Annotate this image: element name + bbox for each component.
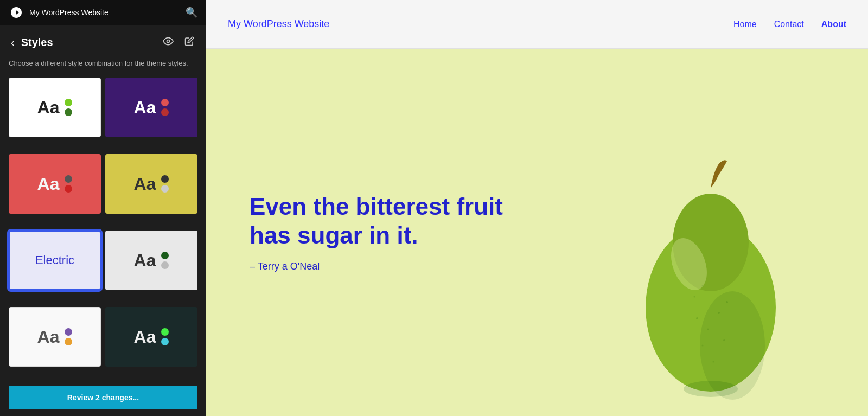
website-nav: My WordPress Website Home Contact About (206, 0, 868, 49)
dot (65, 328, 72, 336)
dot (161, 338, 169, 345)
search-icon[interactable]: 🔍 (186, 7, 197, 18)
site-title: My WordPress Website (29, 8, 180, 17)
dot (161, 328, 169, 336)
card-label: Electric (35, 253, 74, 267)
styles-title: Styles (21, 36, 155, 49)
card-aa-label: Aa (37, 328, 60, 345)
dot (65, 175, 72, 183)
card-aa-label: Aa (37, 175, 60, 193)
wordpress-logo-icon (9, 5, 24, 20)
card-dots (65, 328, 72, 345)
nav-links: Home Contact About (733, 20, 846, 29)
card-aa-label: Aa (134, 328, 156, 345)
style-card-purple[interactable]: Aa (105, 78, 197, 137)
card-dots (161, 175, 169, 193)
style-card-electric[interactable]: Electric (9, 231, 101, 290)
card-dots (65, 99, 72, 116)
review-changes-button[interactable]: Review 2 changes... (9, 386, 197, 409)
svg-point-10 (694, 296, 695, 298)
dot (161, 99, 169, 106)
nav-home[interactable]: Home (733, 20, 757, 29)
svg-point-4 (696, 317, 698, 319)
styles-description: Choose a different style combination for… (0, 54, 206, 78)
card-dots (65, 175, 72, 193)
style-card-gray[interactable]: Aa (105, 231, 197, 290)
card-dots (161, 99, 169, 116)
sidebar: My WordPress Website 🔍 ‹ Styles Choose a… (0, 0, 206, 416)
dot (161, 252, 169, 259)
dot (161, 185, 169, 193)
svg-point-14 (684, 381, 738, 397)
dot (65, 108, 72, 116)
svg-point-12 (702, 285, 704, 287)
dot (65, 185, 72, 193)
dot (65, 338, 72, 345)
preview-area: My WordPress Website Home Contact About … (206, 0, 868, 416)
site-logo[interactable]: My WordPress Website (228, 18, 733, 30)
dot (161, 261, 169, 269)
style-card-white2[interactable]: Aa (9, 307, 101, 367)
dot (161, 175, 169, 183)
hero-quote: Even the bitterest fruit has sugar in it… (250, 193, 532, 250)
svg-point-0 (167, 40, 170, 43)
styles-header: ‹ Styles (0, 25, 206, 54)
back-button[interactable]: ‹ (9, 34, 17, 51)
nav-contact[interactable]: Contact (774, 20, 804, 29)
card-dots (161, 252, 169, 269)
edit-button[interactable] (181, 34, 197, 51)
hero-attribution: – Terry a O'Neal (250, 261, 825, 272)
nav-about[interactable]: About (821, 20, 846, 29)
style-card-red[interactable]: Aa (9, 154, 101, 214)
card-aa-label: Aa (37, 99, 60, 116)
hero-section: Even the bitterest fruit has sugar in it… (206, 49, 868, 416)
card-dots (161, 328, 169, 345)
style-card-dark[interactable]: Aa (105, 307, 197, 367)
style-grid: Aa Aa Aa (0, 78, 206, 380)
style-card-yellow[interactable]: Aa (105, 154, 197, 214)
dot (65, 99, 72, 106)
style-card-white[interactable]: Aa (9, 78, 101, 137)
dot (161, 108, 169, 116)
preview-button[interactable] (159, 34, 177, 52)
card-aa-label: Aa (134, 99, 156, 116)
hero-text: Even the bitterest fruit has sugar in it… (250, 193, 825, 272)
card-aa-label: Aa (134, 175, 156, 193)
card-aa-label: Aa (134, 252, 156, 269)
top-bar: My WordPress Website 🔍 (0, 0, 206, 25)
